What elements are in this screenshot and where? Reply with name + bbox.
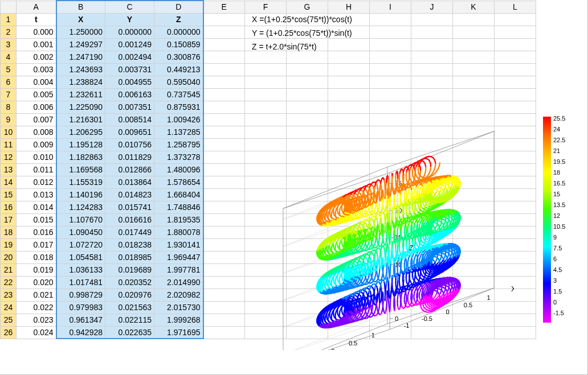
cell-E26[interactable] xyxy=(203,326,245,339)
cell-C14[interactable]: 0.013864 xyxy=(105,176,154,188)
cell-B24[interactable]: 0.979983 xyxy=(56,301,105,314)
cell-C3[interactable]: 0.001249 xyxy=(105,38,154,51)
cell-B9[interactable]: 1.216301 xyxy=(56,113,105,126)
cell-C11[interactable]: 0.010756 xyxy=(105,138,154,151)
cell-A20[interactable]: 0.018 xyxy=(17,251,56,263)
cell-E18[interactable] xyxy=(203,226,245,238)
cell-D4[interactable]: 0.300876 xyxy=(154,51,203,63)
cell-B8[interactable]: 1.225090 xyxy=(56,101,105,113)
cell-E14[interactable] xyxy=(203,176,245,188)
col-header-I[interactable]: I xyxy=(370,1,411,13)
row-header[interactable]: 20 xyxy=(1,251,17,263)
cell-C4[interactable]: 0.002494 xyxy=(105,51,154,63)
table-row[interactable]: 40.0021.2471900.0024940.300876 xyxy=(1,51,536,63)
col-header-A[interactable]: A xyxy=(17,1,56,13)
row-header[interactable]: 8 xyxy=(1,101,17,113)
cell-E22[interactable] xyxy=(203,276,245,289)
cell-I2[interactable] xyxy=(370,26,411,38)
cell-D9[interactable]: 1.009426 xyxy=(154,113,203,126)
cell-E1[interactable] xyxy=(203,13,245,26)
cell-A21[interactable]: 0.019 xyxy=(17,263,56,276)
cell-E7[interactable] xyxy=(203,88,245,101)
row-header[interactable]: 17 xyxy=(1,213,17,226)
column-header-row[interactable]: A B C D E F G H I J K L xyxy=(1,1,536,13)
cell-C21[interactable]: 0.019689 xyxy=(105,263,154,276)
cell-C25[interactable]: 0.022115 xyxy=(105,314,154,326)
cell-E20[interactable] xyxy=(203,251,245,263)
table-row[interactable]: 50.0031.2436930.0037310.449213 xyxy=(1,63,536,76)
cell-D26[interactable]: 1.971695 xyxy=(154,326,203,339)
cell-D1[interactable]: Z xyxy=(154,13,203,26)
cell-E12[interactable] xyxy=(203,151,245,163)
cell-A9[interactable]: 0.007 xyxy=(17,113,56,126)
cell-L1[interactable] xyxy=(495,13,536,26)
cell-B25[interactable]: 0.961347 xyxy=(56,314,105,326)
cell-K2[interactable] xyxy=(453,26,495,38)
cell-C7[interactable]: 0.006163 xyxy=(105,88,154,101)
cell-B17[interactable]: 1.107670 xyxy=(56,213,105,226)
cell-E10[interactable] xyxy=(203,126,245,138)
cell-I4[interactable] xyxy=(370,51,411,63)
row-header[interactable]: 3 xyxy=(1,38,17,51)
cell-E23[interactable] xyxy=(203,289,245,301)
cell-B16[interactable]: 1.124283 xyxy=(56,201,105,213)
cell-A14[interactable]: 0.012 xyxy=(17,176,56,188)
cell-A12[interactable]: 0.010 xyxy=(17,151,56,163)
cell-E16[interactable] xyxy=(203,201,245,213)
chart-3d[interactable]: 0510152025-1-0.500.51-1-0.500.51XYZ 25.5… xyxy=(252,77,579,361)
row-header[interactable]: 6 xyxy=(1,76,17,88)
cell-A1[interactable]: t xyxy=(17,13,56,26)
cell-A5[interactable]: 0.003 xyxy=(17,63,56,76)
cell-J1[interactable] xyxy=(411,13,453,26)
cell-I1[interactable] xyxy=(370,13,411,26)
row-header[interactable]: 18 xyxy=(1,226,17,238)
cell-C19[interactable]: 0.018238 xyxy=(105,238,154,251)
cell-D17[interactable]: 1.819535 xyxy=(154,213,203,226)
cell-B4[interactable]: 1.247190 xyxy=(56,51,105,63)
cell-A18[interactable]: 0.016 xyxy=(17,226,56,238)
cell-H3[interactable] xyxy=(328,38,370,51)
cell-D24[interactable]: 2.015730 xyxy=(154,301,203,314)
cell-K1[interactable] xyxy=(453,13,495,26)
row-header[interactable]: 15 xyxy=(1,188,17,201)
cell-J5[interactable] xyxy=(411,63,453,76)
cell-D2[interactable]: 0.000000 xyxy=(154,26,203,38)
cell-D20[interactable]: 1.969447 xyxy=(154,251,203,263)
cell-I5[interactable] xyxy=(370,63,411,76)
row-header[interactable]: 14 xyxy=(1,176,17,188)
col-header-G[interactable]: G xyxy=(287,1,328,13)
cell-A3[interactable]: 0.001 xyxy=(17,38,56,51)
cell-D6[interactable]: 0.595040 xyxy=(154,76,203,88)
row-header[interactable]: 26 xyxy=(1,326,17,339)
cell-F5[interactable] xyxy=(245,63,287,76)
cell-B23[interactable]: 0.998729 xyxy=(56,289,105,301)
cell-E4[interactable] xyxy=(203,51,245,63)
cell-C5[interactable]: 0.003731 xyxy=(105,63,154,76)
cell-A25[interactable]: 0.023 xyxy=(17,314,56,326)
cell-D18[interactable]: 1.880078 xyxy=(154,226,203,238)
cell-A23[interactable]: 0.021 xyxy=(17,289,56,301)
cell-D8[interactable]: 0.875931 xyxy=(154,101,203,113)
cell-L3[interactable] xyxy=(495,38,536,51)
cell-D15[interactable]: 1.668404 xyxy=(154,188,203,201)
cell-J3[interactable] xyxy=(411,38,453,51)
cell-A13[interactable]: 0.011 xyxy=(17,163,56,176)
row-header[interactable]: 21 xyxy=(1,263,17,276)
row-header[interactable]: 25 xyxy=(1,314,17,326)
cell-C8[interactable]: 0.007351 xyxy=(105,101,154,113)
cell-E6[interactable] xyxy=(203,76,245,88)
cell-C18[interactable]: 0.017449 xyxy=(105,226,154,238)
col-header-B[interactable]: B xyxy=(56,1,105,13)
cell-D19[interactable]: 1.930141 xyxy=(154,238,203,251)
cell-C20[interactable]: 0.018985 xyxy=(105,251,154,263)
cell-E25[interactable] xyxy=(203,314,245,326)
cell-C2[interactable]: 0.000000 xyxy=(105,26,154,38)
cell-E2[interactable] xyxy=(203,26,245,38)
cell-A15[interactable]: 0.013 xyxy=(17,188,56,201)
cell-C15[interactable]: 0.014823 xyxy=(105,188,154,201)
cell-A26[interactable]: 0.024 xyxy=(17,326,56,339)
cell-E24[interactable] xyxy=(203,301,245,314)
cell-A6[interactable]: 0.004 xyxy=(17,76,56,88)
cell-C23[interactable]: 0.020976 xyxy=(105,289,154,301)
cell-B22[interactable]: 1.017481 xyxy=(56,276,105,289)
